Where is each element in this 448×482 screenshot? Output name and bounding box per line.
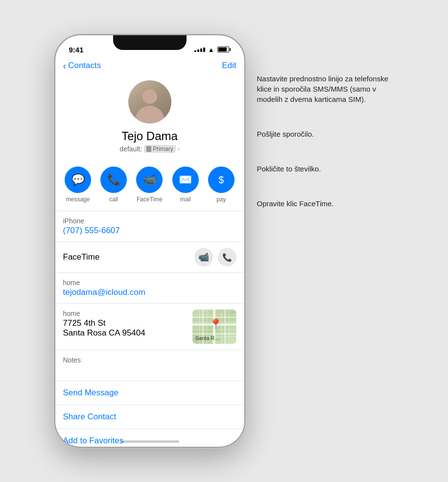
status-icons: ▲: [194, 46, 231, 53]
facetime-action-label: FaceTime: [137, 196, 163, 203]
sim-indicator[interactable]: Primary: [144, 145, 175, 153]
wifi-icon: ▲: [208, 46, 214, 53]
address-line2: Santa Rosa CA 95404: [63, 328, 187, 338]
svg-rect-3: [224, 310, 226, 344]
signal-icon: [194, 48, 205, 52]
screen-content: ‹ Contacts Edit Tejo Dama default: Prima…: [55, 57, 244, 447]
share-contact-row[interactable]: Share Contact: [55, 405, 244, 429]
add-to-favorites-row[interactable]: Add to Favorites: [55, 429, 244, 447]
avatar: [128, 80, 171, 123]
call-icon: 📞: [100, 167, 127, 193]
home-indicator: [120, 440, 179, 443]
mail-action-label: mail: [180, 196, 191, 203]
address-line1: 7725 4th St: [63, 318, 187, 328]
chevron-right-icon: ›: [178, 145, 180, 152]
pay-icon: $: [208, 167, 235, 193]
status-time: 9:41: [69, 46, 84, 54]
email-label: home: [63, 279, 236, 287]
add-to-favorites-label: Add to Favorites: [63, 436, 124, 445]
annotation-call: Pokličite to številko.: [257, 164, 394, 174]
contact-subtitle: default: Primary ›: [119, 145, 179, 153]
address-section: home 7725 4th St Santa Rosa CA 95404 📍: [55, 304, 244, 350]
address-text: home 7725 4th St Santa Rosa CA 95404: [63, 310, 187, 338]
facetime-video-button[interactable]: 📹: [194, 248, 213, 266]
facetime-audio-icon: 📞: [222, 253, 232, 262]
annotation-message-text: Pošljite sporočilo.: [257, 129, 314, 139]
share-contact-label: Share Contact: [63, 412, 117, 421]
edit-button[interactable]: Edit: [222, 61, 236, 71]
facetime-section: FaceTime 📹 📞: [55, 242, 244, 273]
contact-header: Tejo Dama default: Primary ›: [55, 74, 244, 161]
map-thumbnail[interactable]: 📍 Santa R…: [192, 310, 236, 344]
annotation-panel: Nastavite prednostno linijo za telefonsk…: [257, 34, 394, 223]
pay-action-button[interactable]: $ pay: [208, 167, 235, 203]
chevron-left-icon: ‹: [63, 61, 67, 71]
nav-bar: ‹ Contacts Edit: [55, 57, 244, 74]
message-action-label: message: [66, 196, 90, 203]
battery-icon: [217, 47, 231, 52]
back-label: Contacts: [68, 61, 101, 71]
sim-icon: [146, 146, 151, 152]
annotation-call-text: Pokličite to številko.: [257, 164, 321, 174]
back-button[interactable]: ‹ Contacts: [63, 61, 101, 71]
address-label: home: [63, 310, 187, 317]
notes-label: Notes: [63, 356, 236, 364]
map-label: Santa R…: [195, 335, 220, 341]
annotation-sim-text: Nastavite prednostno linijo za telefonsk…: [257, 73, 394, 104]
iphone-frame: 9:41 ▲: [54, 34, 245, 448]
action-buttons-row: 💬 message 📞 call 📹 FaceTime ✉️ mail $: [55, 161, 244, 211]
pay-action-label: pay: [216, 196, 226, 203]
message-action-button[interactable]: 💬 message: [65, 167, 91, 203]
email-value[interactable]: tejodama@icloud.com: [63, 288, 236, 297]
send-message-row[interactable]: Send Message: [55, 381, 244, 405]
phone-label: iPhone: [63, 217, 236, 225]
notch: [113, 35, 187, 50]
contact-name: Tejo Dama: [121, 129, 178, 143]
facetime-action-button[interactable]: 📹 FaceTime: [136, 167, 163, 203]
sim-label: Primary: [153, 145, 173, 152]
call-action-button[interactable]: 📞 call: [100, 167, 127, 203]
map-pin-icon: 📍: [209, 319, 222, 330]
call-action-label: call: [109, 196, 118, 203]
phone-number[interactable]: (707) 555-6607: [63, 226, 236, 236]
annotation-sim: Nastavite prednostno linijo za telefonsk…: [257, 73, 394, 104]
email-section: home tejodama@icloud.com: [55, 273, 244, 304]
message-icon: 💬: [65, 167, 91, 193]
facetime-icons: 📹 📞: [194, 248, 236, 266]
svg-rect-4: [192, 333, 236, 335]
annotation-message: Pošljite sporočilo.: [257, 129, 394, 139]
facetime-label: FaceTime: [63, 252, 100, 262]
send-message-label: Send Message: [63, 388, 118, 397]
mail-action-button[interactable]: ✉️ mail: [172, 167, 199, 203]
phone-section: iPhone (707) 555-6607: [55, 211, 244, 242]
annotation-facetime: Opravite klic FaceTime.: [257, 198, 394, 209]
notes-section: Notes: [55, 350, 244, 381]
facetime-action-icon: 📹: [136, 167, 163, 193]
svg-rect-5: [192, 316, 236, 318]
mail-icon: ✉️: [172, 167, 199, 193]
facetime-video-icon: 📹: [198, 252, 209, 263]
subtitle-prefix: default:: [119, 145, 142, 153]
annotation-facetime-text: Opravite klic FaceTime.: [257, 198, 334, 209]
facetime-audio-button[interactable]: 📞: [218, 248, 236, 266]
